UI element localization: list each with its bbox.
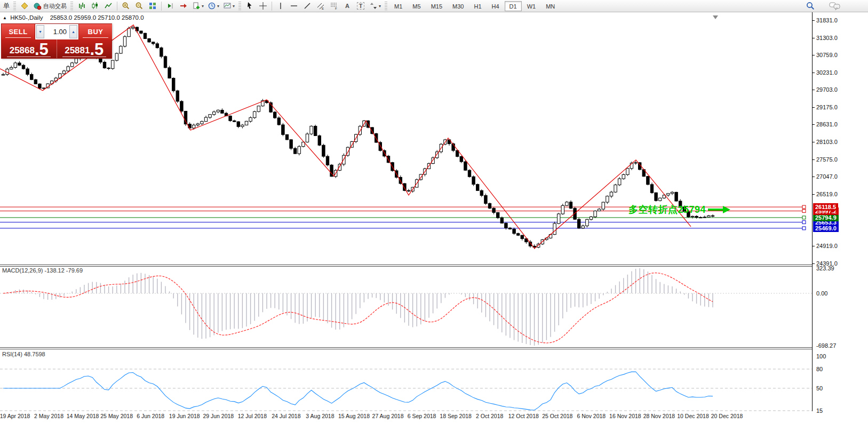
tile-windows-button[interactable] xyxy=(146,1,159,11)
price-chart-canvas[interactable] xyxy=(0,12,812,265)
line-chart-button[interactable] xyxy=(102,1,115,11)
axis-tick-label: 29175.0 xyxy=(816,104,838,110)
axis-tick xyxy=(813,107,815,108)
rsi-axis-label: 15 xyxy=(816,407,823,414)
trendline-icon xyxy=(303,2,312,10)
bar-chart-button[interactable] xyxy=(75,1,88,11)
svg-text:E: E xyxy=(322,7,324,10)
panel-separator[interactable] xyxy=(0,265,812,267)
axis-tick-label: 26519.0 xyxy=(816,191,838,197)
triangle-up-icon: ▲ xyxy=(71,30,75,34)
zoom-in-button[interactable] xyxy=(120,1,132,11)
axis-tick xyxy=(813,20,815,21)
tab-timeframe-m30[interactable]: M30 xyxy=(448,1,468,11)
line-chart-icon xyxy=(104,2,113,10)
arrow-right-icon xyxy=(707,205,731,214)
price-tag: 26118.5 xyxy=(813,203,838,211)
date-label: 15 Aug 2018 xyxy=(338,413,370,419)
price-axis[interactable]: 31831.031303.030759.030231.029703.029175… xyxy=(812,12,867,411)
tab-timeframe-m5[interactable]: M5 xyxy=(408,1,425,11)
candlestick-chart-button[interactable] xyxy=(89,1,101,11)
tab-timeframe-h4[interactable]: H4 xyxy=(487,1,504,11)
buy-button[interactable]: BUY xyxy=(79,24,112,39)
auto-scroll-button[interactable] xyxy=(164,1,177,11)
chart-annotation[interactable]: 多空转折点25794 xyxy=(628,203,731,216)
chat-button[interactable] xyxy=(827,1,842,11)
zoom-out-icon xyxy=(135,2,144,10)
volume-increase-button[interactable]: ▲ xyxy=(69,25,77,38)
shapes-button[interactable]: ▾ xyxy=(368,1,383,11)
axis-tick-label: 30759.0 xyxy=(816,52,838,58)
triangle-down-icon: ▼ xyxy=(38,30,42,34)
chevron-down-icon: ▾ xyxy=(202,4,204,9)
axis-tick-label: 31303.0 xyxy=(816,35,838,41)
tab-timeframe-w1[interactable]: W1 xyxy=(522,1,541,11)
cursor-button[interactable] xyxy=(243,1,256,11)
trendline-button[interactable] xyxy=(301,1,314,11)
tab-timeframe-h1[interactable]: H1 xyxy=(469,1,486,11)
symbol-marker-icon: ▲ xyxy=(3,15,7,20)
macd-axis-label: 0.00 xyxy=(816,290,827,297)
period-button[interactable]: ▾ xyxy=(206,1,221,11)
vertical-line-button[interactable] xyxy=(274,1,287,11)
order-button[interactable] xyxy=(18,1,31,11)
sell-button[interactable]: SELL xyxy=(2,24,35,39)
date-label: 25 Oct 2018 xyxy=(542,413,572,419)
tab-timeframe-m1[interactable]: M1 xyxy=(389,1,407,11)
text-label-button[interactable]: T xyxy=(354,1,367,11)
toolbar-grip xyxy=(13,2,16,10)
axis-tick xyxy=(813,124,815,125)
toolbar-separator xyxy=(161,2,162,11)
autotrading-label: 自动交易 xyxy=(43,2,67,10)
date-label: 27 Aug 2018 xyxy=(372,413,404,419)
tab-timeframe-d1[interactable]: D1 xyxy=(505,1,522,11)
macd-panel-canvas[interactable] xyxy=(0,267,812,347)
date-axis[interactable]: 19 Apr 20182 May 201814 May 201825 May 2… xyxy=(0,412,812,423)
new-chart-button[interactable]: ▾ xyxy=(190,1,205,11)
axis-tick xyxy=(813,159,815,160)
horizontal-line-button[interactable] xyxy=(288,1,300,11)
rsi-axis-label: 80 xyxy=(816,366,823,372)
axis-tick xyxy=(813,194,815,195)
date-label: 2 Oct 2018 xyxy=(476,413,503,419)
fibonacci-button[interactable]: F xyxy=(328,1,340,11)
auto-scroll-icon xyxy=(166,2,174,10)
axis-tick xyxy=(813,142,815,142)
search-button[interactable] xyxy=(804,1,817,11)
volume-decrease-button[interactable]: ▼ xyxy=(36,25,44,38)
channel-button[interactable]: E xyxy=(314,1,327,11)
axis-tick-label: 29703.0 xyxy=(816,86,838,93)
text-button[interactable]: A xyxy=(341,1,354,11)
template-button[interactable]: ▾ xyxy=(221,1,236,11)
axis-tick-label: 28631.0 xyxy=(816,121,838,127)
date-label: 20 Dec 2018 xyxy=(711,413,743,419)
toolbar: 单 自动交易 xyxy=(0,0,868,12)
toolbar-grip xyxy=(70,2,73,10)
chevron-down-icon: ▾ xyxy=(233,4,235,9)
rsi-panel-canvas[interactable] xyxy=(0,350,812,413)
toolbar-separator xyxy=(272,2,272,11)
tab-timeframe-mn[interactable]: MN xyxy=(541,1,560,11)
axis-tick-label: 27575.0 xyxy=(816,156,838,163)
sell-price: 25868.5 xyxy=(2,39,57,58)
panel-separator[interactable] xyxy=(0,347,812,349)
axis-tick-label: 28103.0 xyxy=(816,139,838,145)
menu-order[interactable]: 单 xyxy=(2,2,11,11)
zoom-out-button[interactable] xyxy=(133,1,146,11)
tab-timeframe-m15[interactable]: M15 xyxy=(426,1,447,11)
autotrading-icon xyxy=(33,2,42,10)
axis-tick xyxy=(813,177,815,177)
text-label-icon: T xyxy=(357,2,365,10)
date-label: 10 Dec 2018 xyxy=(677,413,709,419)
volume-input[interactable] xyxy=(45,24,68,39)
tile-windows-icon xyxy=(148,2,157,10)
crosshair-button[interactable] xyxy=(257,1,269,11)
horizontal-line-icon xyxy=(290,2,298,10)
vertical-line-icon xyxy=(276,2,285,10)
chart-shift-button[interactable] xyxy=(177,1,190,11)
axis-tick xyxy=(813,263,815,264)
date-label: 12 Oct 2018 xyxy=(508,413,539,419)
axis-tick-label: 31831.0 xyxy=(816,17,838,23)
autotrading-button[interactable]: 自动交易 xyxy=(31,1,68,11)
new-chart-icon xyxy=(192,2,201,10)
